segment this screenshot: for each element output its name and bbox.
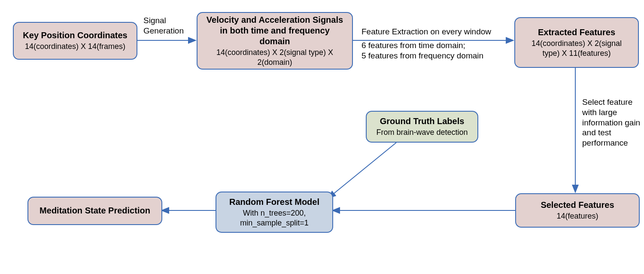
node-ground-truth: Ground Truth Labels From brain-wave dete… [366, 111, 478, 143]
node-signals: Velocity and Acceleration Signals in bot… [197, 12, 353, 70]
node-rf-title: Random Forest Model [229, 197, 319, 207]
node-ground-sub: From brain-wave detection [376, 128, 468, 137]
node-key-position-title: Key Position Coordinates [23, 30, 127, 41]
node-selected-title: Selected Features [541, 200, 614, 210]
label-select-feature: Select feature with large information ga… [582, 97, 644, 148]
node-extracted: Extracted Features 14(coordinates) X 2(s… [514, 17, 639, 68]
arrow-ground-rf [329, 143, 396, 198]
node-random-forest: Random Forest Model With n_trees=200, mi… [216, 192, 333, 233]
node-selected: Selected Features 14(features) [515, 193, 640, 228]
node-extracted-sub: 14(coordinates) X 2(signal type) X 11(fe… [523, 39, 630, 58]
node-key-position: Key Position Coordinates 14(coordinates)… [13, 22, 137, 60]
node-pred-title: Meditation State Prediction [39, 205, 150, 216]
node-signals-sub: 14(coordinates) X 2(signal type) X 2(dom… [205, 48, 344, 67]
node-selected-sub: 14(features) [556, 211, 598, 221]
node-ground-title: Ground Truth Labels [380, 116, 465, 127]
label-signal-generation: Signal Generation [143, 15, 199, 36]
node-prediction: Meditation State Prediction [27, 197, 162, 225]
label-feature-extraction: Feature Extraction on every window 6 fea… [361, 27, 516, 61]
node-signals-title: Velocity and Acceleration Signals in bot… [205, 15, 344, 47]
node-key-position-sub: 14(coordinates) X 14(frames) [25, 42, 125, 52]
node-rf-sub: With n_trees=200, min_sample_split=1 [224, 208, 325, 228]
node-extracted-title: Extracted Features [538, 27, 615, 38]
